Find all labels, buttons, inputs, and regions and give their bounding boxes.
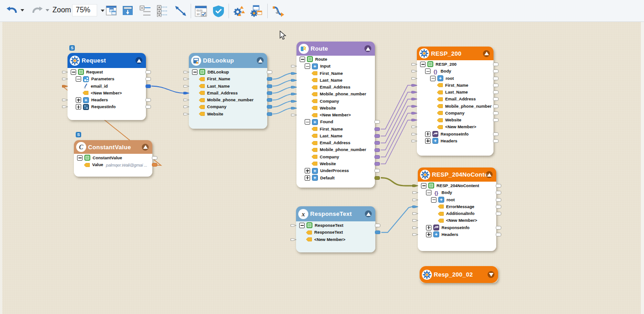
svg-text:0101: 0101 [197, 9, 203, 12]
svg-text:{}: {} [433, 68, 437, 74]
svg-text:C: C [79, 144, 83, 151]
svg-text:10: 10 [197, 13, 200, 16]
svg-text:{}: {} [434, 190, 438, 195]
svg-text:x: x [301, 210, 305, 217]
